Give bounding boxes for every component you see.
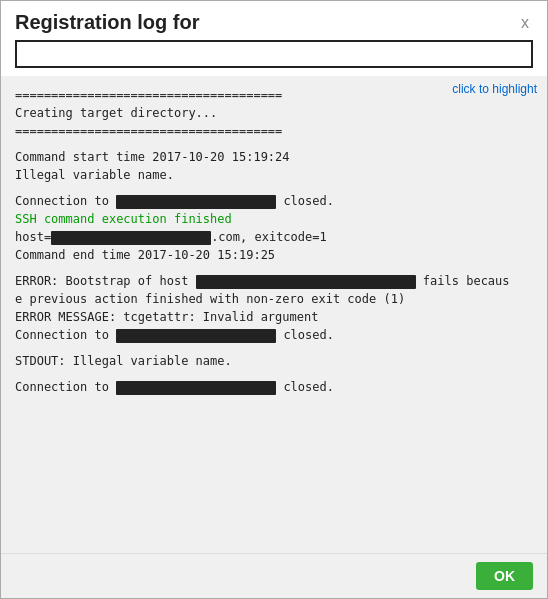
- title-input[interactable]: [15, 40, 533, 68]
- redacted-value: [51, 231, 211, 245]
- dialog-title: Registration log for: [15, 11, 199, 34]
- ok-button[interactable]: OK: [476, 562, 533, 590]
- title-input-row: [1, 40, 547, 76]
- redacted-value: [116, 195, 276, 209]
- log-line: Connection to closed.: [15, 378, 533, 396]
- log-line: Command end time 2017-10-20 15:19:25: [15, 246, 533, 264]
- log-line: Connection to closed.: [15, 192, 533, 210]
- highlight-button[interactable]: click to highlight: [452, 82, 537, 96]
- log-line: STDOUT: Illegal variable name.: [15, 352, 533, 370]
- log-line: ERROR: Bootstrap of host fails because p…: [15, 272, 533, 308]
- log-line: =====================================: [15, 122, 533, 140]
- log-line: Creating target directory...: [15, 104, 533, 122]
- close-button[interactable]: x: [517, 14, 533, 32]
- log-line: Illegal variable name.: [15, 166, 533, 184]
- redacted-value: [196, 275, 416, 289]
- log-content: ===================================== Cr…: [1, 76, 547, 553]
- log-line: host= .com, exitcode=1: [15, 228, 533, 246]
- log-container: click to highlight =====================…: [1, 76, 547, 553]
- log-line: Command start time 2017-10-20 15:19:24: [15, 148, 533, 166]
- registration-log-dialog: Registration log for x click to highligh…: [0, 0, 548, 599]
- log-line: Connection to closed.: [15, 326, 533, 344]
- dialog-header: Registration log for x: [1, 1, 547, 40]
- redacted-value: [116, 381, 276, 395]
- dialog-footer: OK: [1, 553, 547, 598]
- log-line-green: SSH command execution finished: [15, 210, 533, 228]
- redacted-value: [116, 329, 276, 343]
- log-line: ERROR MESSAGE: tcgetattr: Invalid argume…: [15, 308, 533, 326]
